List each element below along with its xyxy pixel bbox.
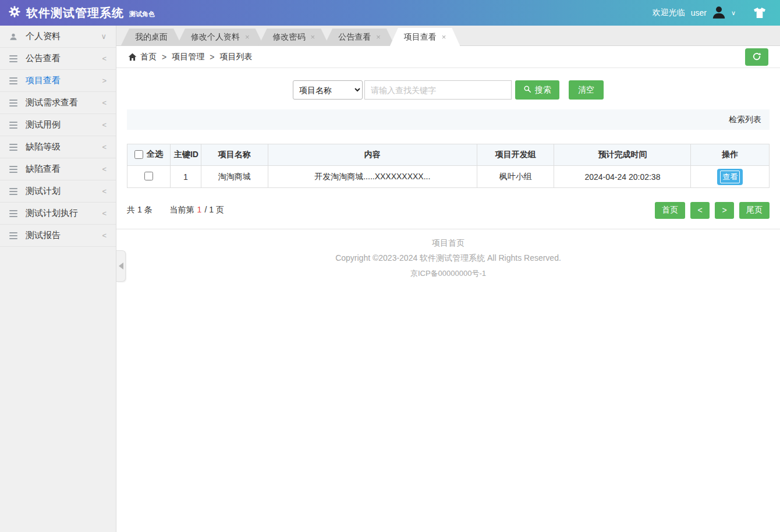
sidebar-item-test-plan-execution[interactable]: 测试计划执行< [0,203,116,225]
avatar-icon [711,5,726,22]
sidebar-item-profile[interactable]: 个人资料∨ [0,26,116,48]
list-bar: 检索列表 [127,109,770,130]
tab-edit-profile[interactable]: 修改个人资料× [177,29,264,45]
chevron-right-icon: > [102,76,107,85]
sidebar-item-label: 测试计划执行 [26,208,102,219]
first-page-button[interactable]: 首页 [655,202,685,219]
sidebar-item-projects[interactable]: 项目查看> [0,70,116,92]
brand: 软件测试管理系统 测试角色 [8,5,155,21]
welcome-text: 欢迎光临 [653,8,685,18]
breadcrumb-project-mgmt[interactable]: 项目管理 [172,52,204,62]
sidebar-item-test-requirements[interactable]: 测试需求查看< [0,92,116,114]
header-id: 主键ID [170,144,201,166]
breadcrumb-current: 项目列表 [219,52,252,62]
sidebar-item-label: 测试计划 [26,186,102,197]
sidebar-menu: 个人资料∨公告查看<项目查看>测试需求查看<测试用例<缺陷等级<缺陷查看<测试计… [0,26,116,247]
last-page-button[interactable]: 尾页 [739,202,770,219]
table-header-row: 全选 主键ID 项目名称 内容 项目开发组 预计完成时间 操作 [127,144,770,166]
home-icon [128,53,137,61]
tab-label: 修改个人资料 [191,32,240,42]
breadcrumb-home[interactable]: 首页 [140,52,157,62]
chevron-left-icon: < [102,165,107,173]
prev-page-button[interactable]: < [690,202,710,219]
menu-icon [9,232,22,239]
user-icon [9,33,22,41]
menu-icon [9,122,22,129]
close-icon[interactable]: × [245,33,250,41]
breadcrumb-separator: > [210,52,214,62]
sidebar-item-label: 公告查看 [26,53,102,64]
sidebar-item-label: 测试报告 [26,230,102,241]
search-button[interactable]: 搜索 [515,80,559,100]
projects-table: 全选 主键ID 项目名称 内容 项目开发组 预计完成时间 操作 [127,144,770,188]
search-row: 项目名称 搜索 清空 [116,80,780,100]
sidebar-item-label: 测试用例 [26,119,102,130]
sidebar-item-defect-levels[interactable]: 缺陷等级< [0,136,116,158]
chevron-down-icon: ∨ [731,9,736,17]
header-right: 欢迎光临 user ∨ [653,5,770,22]
breadcrumb-separator: > [162,52,166,62]
cell-actions: 查看 [691,166,770,188]
menu-icon [9,144,22,151]
sidebar-item-label: 缺陷查看 [26,164,102,175]
table-row: 1 淘淘商城 开发淘淘商城.....XXXXXXXXX... 枫叶小组 2024… [127,166,770,188]
tab-label: 我的桌面 [135,32,168,42]
sidebar-item-label: 个人资料 [26,31,101,42]
chevron-left-icon: < [102,209,107,218]
clear-button[interactable]: 清空 [569,80,604,100]
header-project-name: 项目名称 [201,144,268,166]
next-page-button[interactable]: > [715,202,734,219]
close-icon[interactable]: × [376,33,381,41]
header-select-all: 全选 [127,144,171,166]
search-icon [523,85,531,95]
chevron-left-icon: < [102,120,107,129]
theme-tshirt-icon[interactable] [750,6,770,19]
refresh-button[interactable] [745,48,768,66]
select-all-checkbox[interactable] [134,150,143,159]
sidebar-item-test-cases[interactable]: 测试用例< [0,114,116,136]
current-page-number: 1 [197,205,202,214]
content: 项目名称 搜索 清空 [116,68,780,532]
tab-desktop[interactable]: 我的桌面 [121,29,182,45]
pagination-info: 共 1 条 当前第1/ 1 页 [127,205,224,215]
list-bar-label: 检索列表 [729,115,761,125]
user-menu[interactable]: user ∨ [691,5,736,22]
chevron-left-icon: < [102,231,107,240]
tab-announcements[interactable]: 公告查看× [324,29,395,45]
search-field-select[interactable]: 项目名称 [293,80,363,100]
footer-home-link[interactable]: 项目首页 [116,238,780,249]
menu-icon [9,188,22,195]
chevron-left-icon: < [102,54,107,63]
row-checkbox[interactable] [144,172,153,180]
gear-icon [8,5,21,20]
menu-icon [9,100,22,107]
sidebar-item-defects[interactable]: 缺陷查看< [0,158,116,180]
chevron-left-icon: < [102,98,107,107]
header-actions: 操作 [691,144,770,166]
sidebar-item-test-reports[interactable]: 测试报告< [0,225,116,247]
tab-label: 公告查看 [338,32,371,42]
close-icon[interactable]: × [442,33,446,41]
total-count: 共 1 条 [127,205,153,215]
sidebar-item-test-plans[interactable]: 测试计划< [0,180,116,203]
pagination: 共 1 条 当前第1/ 1 页 首页 < > 尾页 [127,201,770,219]
username: user [691,8,707,17]
app-header: 软件测试管理系统 测试角色 欢迎光临 user ∨ [0,0,780,26]
cell-id: 1 [170,166,201,188]
role-badge: 测试角色 [129,10,155,19]
refresh-icon [751,51,762,63]
menu-icon [9,77,22,84]
view-button[interactable]: 查看 [717,169,743,185]
collapse-left-icon [119,263,123,269]
sidebar-collapse-handle[interactable] [116,250,126,282]
main-area: 我的桌面修改个人资料×修改密码×公告查看×项目查看× 首页 > 项目管理 > 项… [116,26,780,532]
cell-content: 开发淘淘商城.....XXXXXXXXX... [268,166,477,188]
sidebar-item-announcements[interactable]: 公告查看< [0,48,116,70]
tab-change-password[interactable]: 修改密码× [259,29,329,45]
cell-due-time: 2024-04-24 20:02:38 [554,166,691,188]
breadcrumb: 首页 > 项目管理 > 项目列表 [116,46,780,68]
close-icon[interactable]: × [311,33,315,41]
tab-projects[interactable]: 项目查看× [390,28,460,46]
tab-bar: 我的桌面修改个人资料×修改密码×公告查看×项目查看× [116,26,780,46]
search-input[interactable] [364,80,512,100]
